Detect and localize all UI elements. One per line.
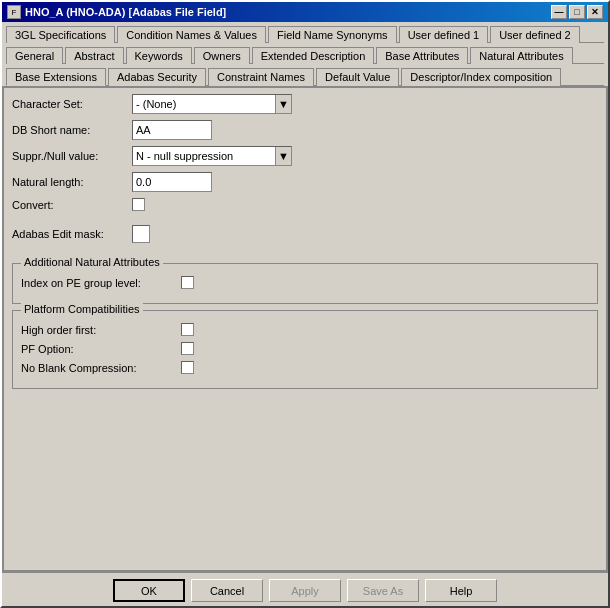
index-pe-row: Index on PE group level: (21, 276, 589, 289)
tab-constraint-names[interactable]: Constraint Names (208, 68, 314, 86)
high-order-checkbox[interactable] (181, 323, 194, 336)
apply-button[interactable]: Apply (269, 579, 341, 602)
tab-row-3: Base Extensions Adabas Security Constrai… (6, 67, 604, 85)
adabas-edit-mask-input[interactable] (132, 225, 150, 243)
character-set-label: Character Set: (12, 98, 132, 110)
tab-row-1-wrapper: 3GL Specifications Condition Names & Val… (2, 22, 608, 42)
bottom-buttons: OK Cancel Apply Save As Help (2, 572, 608, 606)
suppr-null-row: Suppr./Null value: N - null suppression … (12, 146, 598, 166)
title-bar: F HNO_A (HNO-ADA) [Adabas File Field] — … (2, 2, 608, 22)
tab-descriptor-index[interactable]: Descriptor/Index composition (401, 68, 561, 86)
suppr-null-select[interactable]: N - null suppression (132, 146, 292, 166)
minimize-button[interactable]: — (551, 5, 567, 19)
tab-base-extensions[interactable]: Base Extensions (6, 68, 106, 86)
tab-default-value[interactable]: Default Value (316, 68, 399, 86)
index-pe-checkbox[interactable] (181, 276, 194, 289)
tab-condition-names[interactable]: Condition Names & Values (117, 26, 266, 43)
adabas-edit-mask-row: Adabas Edit mask: (12, 225, 598, 243)
pf-option-label: PF Option: (21, 343, 181, 355)
save-as-button[interactable]: Save As (347, 579, 419, 602)
character-set-select-wrapper[interactable]: - (None) ▼ (132, 94, 292, 114)
tab-row-2: General Abstract Keywords Owners Extende… (6, 46, 604, 63)
main-window: F HNO_A (HNO-ADA) [Adabas File Field] — … (0, 0, 610, 608)
tab-general[interactable]: General (6, 47, 63, 64)
tab-row-2-wrapper: General Abstract Keywords Owners Extende… (2, 43, 608, 63)
natural-length-input[interactable] (132, 172, 212, 192)
no-blank-row: No Blank Compression: (21, 361, 589, 374)
tab-abstract[interactable]: Abstract (65, 47, 123, 64)
tab-field-name-synonyms[interactable]: Field Name Synonyms (268, 26, 397, 43)
tab-keywords[interactable]: Keywords (126, 47, 192, 64)
db-short-name-row: DB Short name: (12, 120, 598, 140)
db-short-name-label: DB Short name: (12, 124, 132, 136)
window-icon: F (7, 5, 21, 19)
tab-base-attributes[interactable]: Base Attributes (376, 47, 468, 64)
tab-natural-attributes[interactable]: Natural Attributes (470, 47, 572, 64)
platform-compatibilities-title: Platform Compatibilities (21, 303, 143, 315)
adabas-edit-mask-label: Adabas Edit mask: (12, 228, 132, 240)
index-pe-label: Index on PE group level: (21, 277, 181, 289)
tab-row-1: 3GL Specifications Condition Names & Val… (6, 25, 604, 42)
window-title: HNO_A (HNO-ADA) [Adabas File Field] (25, 6, 226, 18)
pf-option-row: PF Option: (21, 342, 589, 355)
tab-adabas-security[interactable]: Adabas Security (108, 68, 206, 86)
additional-natural-attributes-title: Additional Natural Attributes (21, 256, 163, 268)
convert-row: Convert: (12, 198, 598, 211)
ok-button[interactable]: OK (113, 579, 185, 602)
high-order-row: High order first: (21, 323, 589, 336)
no-blank-checkbox[interactable] (181, 361, 194, 374)
window-controls: — □ ✕ (551, 5, 603, 19)
content-area: Character Set: - (None) ▼ DB Short name:… (2, 86, 608, 572)
tab-row-3-wrapper: Base Extensions Adabas Security Constrai… (2, 64, 608, 85)
tab-extended-description[interactable]: Extended Description (252, 47, 375, 64)
high-order-label: High order first: (21, 324, 181, 336)
maximize-button[interactable]: □ (569, 5, 585, 19)
cancel-button[interactable]: Cancel (191, 579, 263, 602)
platform-compatibilities-group: Platform Compatibilities High order firs… (12, 310, 598, 389)
suppr-null-select-wrapper[interactable]: N - null suppression ▼ (132, 146, 292, 166)
no-blank-label: No Blank Compression: (21, 362, 181, 374)
additional-natural-attributes-group: Additional Natural Attributes Index on P… (12, 263, 598, 304)
help-button[interactable]: Help (425, 579, 497, 602)
close-button[interactable]: ✕ (587, 5, 603, 19)
convert-checkbox[interactable] (132, 198, 145, 211)
character-set-select[interactable]: - (None) (132, 94, 292, 114)
convert-label: Convert: (12, 199, 132, 211)
tab-user-defined-1[interactable]: User defined 1 (399, 26, 489, 43)
pf-option-checkbox[interactable] (181, 342, 194, 355)
tab-3gl-specifications[interactable]: 3GL Specifications (6, 26, 115, 43)
db-short-name-input[interactable] (132, 120, 212, 140)
suppr-null-label: Suppr./Null value: (12, 150, 132, 162)
natural-length-label: Natural length: (12, 176, 132, 188)
character-set-row: Character Set: - (None) ▼ (12, 94, 598, 114)
tab-owners[interactable]: Owners (194, 47, 250, 64)
tab-user-defined-2[interactable]: User defined 2 (490, 26, 580, 43)
natural-length-row: Natural length: (12, 172, 598, 192)
